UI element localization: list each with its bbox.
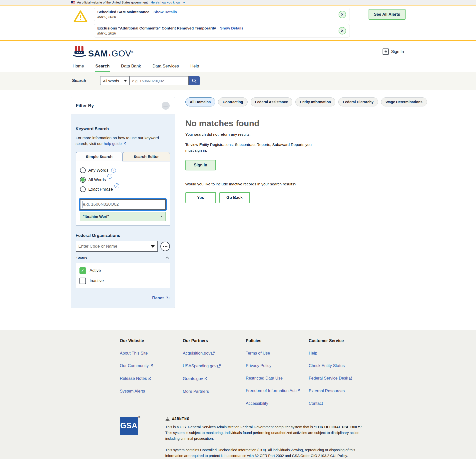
tab-simple-search[interactable]: Simple Search: [76, 152, 123, 161]
gsa-warning-section: GSA ® WARNING This is a U.S. General Ser…: [71, 406, 406, 459]
nav-item-search[interactable]: Search: [95, 61, 110, 72]
filter-panel-title: Filter By: [76, 103, 94, 108]
sign-in-button[interactable]: Sign In: [185, 160, 216, 170]
exact-phrase-radio[interactable]: [80, 186, 86, 192]
sign-in-control[interactable]: Sign In: [383, 48, 404, 55]
federal-orgs-input[interactable]: [76, 241, 158, 252]
footer-col-customer-service: Customer Service Help Check Entity Statu…: [309, 338, 372, 406]
footer-link-about-this-site[interactable]: About This Site: [120, 351, 183, 356]
nav-item-home[interactable]: Home: [72, 61, 84, 72]
footer-link-our-community[interactable]: Our Community: [120, 363, 183, 368]
radio-row-any-words: Any Words i: [80, 167, 166, 173]
tab-search-editor[interactable]: Search Editor: [123, 152, 170, 161]
alert-date: Mar 9, 2026: [97, 15, 339, 19]
footer-link-contact[interactable]: Contact: [309, 401, 372, 406]
footer-link-federal-service-desk[interactable]: Federal Service Desk: [309, 376, 372, 381]
domain-tab-wage-determinations[interactable]: Wage Determinations: [381, 97, 427, 106]
collapse-filters-button[interactable]: —: [162, 102, 170, 110]
search-band: Search All Words: [0, 72, 476, 90]
status-options-box: ✓ Active Inactive: [76, 263, 170, 288]
search-mode-select[interactable]: All Words: [100, 76, 130, 85]
footer-link-acquisition-gov[interactable]: Acquisition.gov: [183, 351, 246, 356]
close-icon: ✕: [341, 12, 344, 16]
chevron-up-icon[interactable]: [165, 257, 169, 260]
reset-link[interactable]: Reset: [152, 296, 164, 301]
check-icon: ✓: [81, 268, 84, 273]
caret-down-icon: [124, 80, 127, 82]
footer-link-external-resources[interactable]: External Resources: [309, 389, 372, 393]
keyword-input-wrap: [80, 199, 166, 210]
info-icon[interactable]: i: [107, 174, 112, 179]
external-link-icon: [297, 389, 300, 393]
how-you-know-link[interactable]: Here's how you know: [151, 1, 180, 4]
checkbox-label: Active: [90, 268, 101, 273]
svg-text:★: ★: [80, 51, 82, 54]
status-header-row: Status: [76, 256, 170, 260]
text-cursor: [82, 201, 83, 208]
domain-tabs: All Domains Contracting Federal Assistan…: [185, 97, 427, 106]
keyword-tag-text: "Ibrahim Weri": [83, 214, 109, 219]
footer-link-terms-of-use[interactable]: Terms of Use: [246, 351, 309, 356]
info-icon[interactable]: i: [114, 183, 119, 188]
footer-link-grants-gov[interactable]: Grants.gov: [183, 376, 246, 381]
show-details-link[interactable]: Show Details: [220, 26, 243, 30]
all-words-radio[interactable]: [80, 177, 86, 183]
close-alert-button[interactable]: ✕: [339, 27, 346, 34]
status-option-active: ✓ Active: [79, 267, 166, 274]
banner-text: An official website of the United States…: [77, 1, 148, 4]
alerts-section: Scheduled SAM Maintenance Show Details M…: [0, 5, 476, 41]
footer-link-accessibility[interactable]: Accessibility: [246, 401, 309, 406]
see-all-alerts-button[interactable]: See All Alerts: [369, 9, 405, 20]
footer-link-foia[interactable]: Freedom of Information Act: [246, 388, 309, 393]
keyword-search-input[interactable]: [80, 199, 166, 210]
main-nav: Home Search Data Bank Data Services Help: [0, 61, 476, 72]
footer-link-check-entity-status[interactable]: Check Entity Status: [309, 363, 372, 368]
help-guide-link[interactable]: help guide: [104, 141, 122, 146]
logo-star-icon: ★: [108, 53, 111, 57]
global-search-input[interactable]: [130, 76, 189, 85]
warning-heading: WARNING: [172, 417, 189, 421]
fouo-bold-text: "FOR OFFICIAL USE ONLY.": [314, 425, 362, 429]
footer-link-usaspending-gov[interactable]: USASpending.gov: [183, 364, 246, 369]
domain-tab-entity-information[interactable]: Entity Information: [295, 97, 335, 106]
domain-tab-all-domains[interactable]: All Domains: [185, 97, 215, 106]
alert-body: Exclusions “Additional Comments” Content…: [97, 26, 339, 35]
logo-text: SAM★GOV®: [88, 49, 133, 58]
domain-tab-federal-assistance[interactable]: Federal Assistance: [251, 97, 293, 106]
any-words-radio[interactable]: [80, 167, 86, 173]
nav-item-help[interactable]: Help: [190, 61, 200, 72]
info-icon[interactable]: i: [111, 168, 116, 173]
results-column: All Domains Contracting Federal Assistan…: [185, 97, 427, 203]
footer-link-release-notes[interactable]: Release Notes: [120, 376, 183, 381]
reset-icon[interactable]: ↻: [166, 295, 170, 301]
go-back-button[interactable]: Go Back: [219, 192, 250, 203]
simple-search-panel: Any Words i All Words i Exact Phrase i: [76, 161, 170, 226]
no-results-subtitle: Your search did not return any results.: [185, 132, 427, 137]
footer-link-restricted-data-use[interactable]: Restricted Data Use: [246, 376, 309, 381]
more-options-button[interactable]: [160, 242, 170, 251]
footer-link-system-alerts[interactable]: System Alerts: [120, 389, 183, 394]
status-option-inactive: Inactive: [79, 278, 166, 284]
domain-tab-contracting[interactable]: Contracting: [218, 97, 247, 106]
yes-button[interactable]: Yes: [185, 192, 216, 203]
footer-link-help[interactable]: Help: [309, 351, 372, 356]
footer-col-our-partners: Our Partners Acquisition.gov USASpending…: [183, 338, 246, 406]
close-alert-button[interactable]: ✕: [339, 11, 346, 18]
nav-item-data-services[interactable]: Data Services: [152, 61, 179, 72]
search-band-label: Search: [72, 78, 86, 83]
alert-body: Scheduled SAM Maintenance Show Details M…: [97, 10, 339, 19]
sam-gov-logo[interactable]: ★★★ SAM★GOV®: [72, 45, 133, 58]
domain-tab-federal-hierarchy[interactable]: Federal Hierarchy: [338, 97, 378, 106]
footer-link-privacy-policy[interactable]: Privacy Policy: [246, 363, 309, 368]
active-checkbox[interactable]: ✓: [79, 267, 86, 274]
remove-tag-icon[interactable]: ×: [160, 214, 163, 219]
inactive-checkbox[interactable]: [79, 278, 86, 284]
show-details-link[interactable]: Show Details: [153, 10, 177, 14]
nav-item-data-bank[interactable]: Data Bank: [121, 61, 141, 72]
footer-link-more-partners[interactable]: More Partners: [183, 389, 246, 394]
search-submit-button[interactable]: [189, 76, 200, 85]
inactive-records-question: Would you like to include inactive recor…: [185, 182, 427, 186]
inactive-question-buttons: Yes Go Back: [185, 192, 427, 203]
us-flag-icon: [71, 1, 75, 4]
keyword-search-tabs: Simple Search Search Editor: [76, 152, 170, 161]
